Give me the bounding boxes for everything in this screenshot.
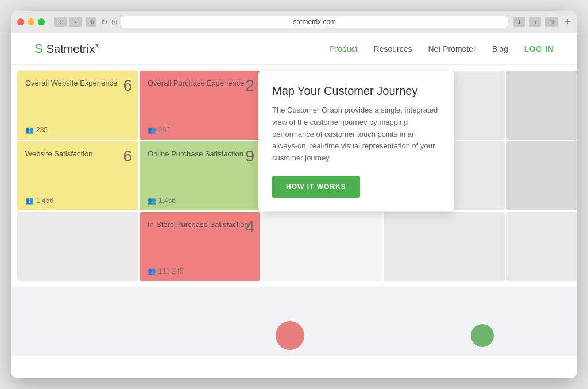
grid-cell-empty-8: [506, 212, 577, 281]
grid-cell-empty-6: [262, 212, 382, 281]
cell-title: In-Store Purchase Satisfaction: [148, 220, 252, 267]
cell-count: 👥 1,456: [148, 197, 252, 205]
cell-number: 4: [245, 218, 254, 236]
browser-actions: ⬇ ↑ ⊡: [513, 17, 558, 27]
browser-window: ‹ › ⊞ ↻ ⊞ satmetrix.com ⬇ ↑ ⊡ + S Satmet…: [11, 11, 577, 378]
grid-cell-overall-purchase[interactable]: Overall Purchase Experience 2 👥 235: [140, 71, 260, 140]
address-bar[interactable]: satmetrix.com: [121, 16, 508, 28]
nav-login[interactable]: LOG IN: [524, 44, 554, 53]
grid-cell-online-purchase[interactable]: Online Purchase Satisfaction 9 👥 1,456: [140, 141, 260, 210]
popup-overlay: Map Your Customer Journey The Customer G…: [258, 71, 454, 211]
cell-count: 👥 113,245: [148, 267, 252, 275]
address-bar-area: ↻ ⊞ satmetrix.com: [101, 16, 508, 28]
nav-product[interactable]: Product: [330, 44, 357, 53]
nav-links: Product Resources Net Promoter Blog LOG …: [330, 44, 554, 53]
cell-number: 2: [245, 76, 254, 95]
bottom-circle-pink: [276, 321, 304, 350]
cell-title: Website Satisfaction: [25, 149, 130, 197]
dashboard-area: Overall Website Experience 6 👥 235 Overa…: [11, 65, 577, 356]
cell-title: Online Purchase Satisfaction: [148, 149, 252, 197]
bottom-section: [11, 287, 577, 356]
download-icon[interactable]: ⬇: [513, 17, 525, 27]
share-icon[interactable]: ↑: [529, 17, 541, 27]
close-button[interactable]: [17, 18, 24, 25]
grid-cell-empty-2: [506, 71, 577, 140]
cell-title: Overall Website Experience: [25, 79, 130, 126]
grid-cell-instore-purchase[interactable]: In-Store Purchase Satisfaction 4 👥 113,2…: [140, 212, 260, 281]
nav-buttons: ‹ ›: [54, 17, 82, 27]
page-content: S Satmetrix® Product Resources Net Promo…: [11, 33, 577, 378]
nav-resources[interactable]: Resources: [374, 44, 412, 53]
nav-blog[interactable]: Blog: [492, 44, 508, 53]
cell-count: 👥 235: [148, 126, 252, 134]
cell-title: Overall Purchase Experience: [148, 79, 252, 126]
grid-cell-empty-4: [506, 141, 577, 210]
maximize-button[interactable]: [38, 18, 45, 25]
cell-number: 9: [245, 147, 254, 165]
traffic-lights: [17, 18, 45, 25]
grid-cell-website-satisfaction[interactable]: Website Satisfaction 6 👥 1,456: [17, 141, 138, 210]
cell-count: 👥 1,456: [25, 197, 130, 205]
grid-cell-empty-7: [384, 212, 505, 281]
people-icon: 👥: [148, 197, 156, 205]
minimize-button[interactable]: [28, 18, 34, 25]
cell-number: 6: [123, 147, 132, 165]
logo-icon: S: [34, 41, 43, 56]
popup-body: The Customer Graph provides a single, in…: [272, 105, 440, 164]
forward-button[interactable]: ›: [69, 17, 82, 27]
grid-cell-empty-5: [17, 212, 138, 281]
logo-text: Satmetrix®: [47, 43, 99, 56]
refresh-icon[interactable]: ↻: [101, 17, 108, 26]
grid-cell-overall-website[interactable]: Overall Website Experience 6 👥 235: [17, 71, 138, 140]
bottom-circle-green: [471, 324, 494, 347]
new-tab-button[interactable]: +: [564, 16, 571, 28]
logo-area: S Satmetrix®: [34, 41, 330, 56]
tab-icon: ⊞: [86, 17, 96, 27]
layers-icon: ⊞: [111, 18, 117, 26]
cell-count: 👥 235: [25, 126, 130, 134]
how-it-works-button[interactable]: HOW IT WORKS: [272, 176, 360, 198]
nav-net-promoter[interactable]: Net Promoter: [428, 44, 475, 53]
people-icon: 👥: [148, 267, 156, 275]
navbar: S Satmetrix® Product Resources Net Promo…: [11, 33, 577, 65]
browser-chrome: ‹ › ⊞ ↻ ⊞ satmetrix.com ⬇ ↑ ⊡ +: [11, 11, 577, 33]
popup-title: Map Your Customer Journey: [272, 84, 440, 98]
back-button[interactable]: ‹: [54, 17, 67, 27]
window-icon[interactable]: ⊡: [545, 17, 558, 27]
cell-number: 6: [123, 76, 132, 95]
people-icon: 👥: [148, 126, 156, 134]
people-icon: 👥: [25, 126, 34, 134]
people-icon: 👥: [25, 197, 34, 205]
grid-container: Overall Website Experience 6 👥 235 Overa…: [11, 65, 577, 287]
